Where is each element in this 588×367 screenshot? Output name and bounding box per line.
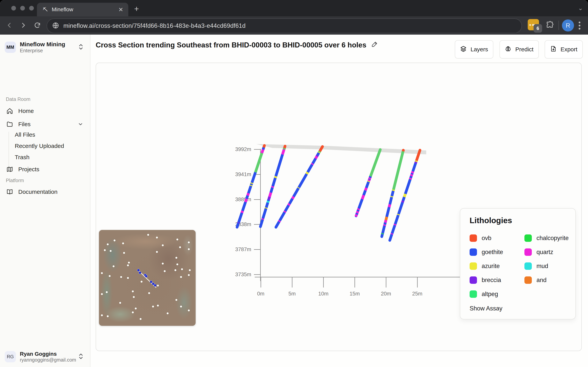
window-close-button[interactable] bbox=[11, 6, 16, 10]
x-axis-tick-label: 5m bbox=[278, 291, 306, 297]
selected-collar-dot bbox=[145, 275, 148, 278]
user-avatar: RG bbox=[5, 351, 16, 362]
collar-dot bbox=[128, 262, 130, 264]
collar-dot bbox=[107, 315, 109, 317]
chevron-up-down-icon bbox=[78, 43, 84, 51]
legend-label: chalcopyrite bbox=[537, 235, 569, 242]
export-button[interactable]: Export bbox=[545, 40, 583, 58]
sidebar-item-trash[interactable]: Trash bbox=[15, 154, 30, 161]
url-bar[interactable]: mineflow.ai/cross-section/75f4fd66-8b16-… bbox=[47, 18, 522, 33]
legend-item-azurite[interactable]: azurite bbox=[470, 259, 503, 273]
breccia-swatch bbox=[470, 276, 477, 284]
collar-dot bbox=[189, 269, 191, 271]
page-title: Cross Section trending Southeast from BH… bbox=[96, 41, 366, 49]
user-menu[interactable]: RG Ryan Goggins ryanngoggins@gmail.com bbox=[5, 351, 85, 363]
collar-dot bbox=[175, 257, 177, 259]
brain-icon bbox=[505, 45, 511, 53]
browser-window: ⛏ Mineflow ✕ + ⌄ mineflow.ai/cross-s bbox=[0, 0, 588, 367]
sidebar: MM Mineflow Mining Enterprise Data Room … bbox=[0, 35, 90, 367]
sidebar-item-recently-uploaded[interactable]: Recently Uploaded bbox=[15, 143, 64, 149]
collar-dot bbox=[179, 246, 181, 248]
lithologies-title: Lithologies bbox=[470, 216, 512, 225]
legend-item-quartz[interactable]: quartz bbox=[524, 245, 569, 259]
sidebar-item-projects[interactable]: Projects bbox=[3, 163, 87, 175]
wallet-extension-icon[interactable]: 6 bbox=[528, 19, 539, 30]
sidebar-item-documentation[interactable]: Documentation bbox=[3, 186, 87, 198]
lithologies-panel: Lithologies ovbgoethiteazuritebrecciaalt… bbox=[460, 208, 576, 319]
map-thumbnail[interactable] bbox=[99, 230, 196, 326]
collar-dot bbox=[109, 275, 111, 277]
folder-icon bbox=[6, 121, 13, 128]
sidebar-item-label: Files bbox=[18, 121, 31, 127]
collar-dot bbox=[181, 268, 183, 270]
x-axis-tick-label: 20m bbox=[372, 291, 400, 297]
altpeg-swatch bbox=[470, 290, 477, 298]
window-minimize-button[interactable] bbox=[20, 6, 25, 10]
files-subtree-rule bbox=[8, 132, 9, 167]
extensions-puzzle-icon[interactable] bbox=[546, 21, 554, 30]
collar-dot bbox=[123, 252, 125, 254]
tab-close-icon[interactable]: ✕ bbox=[118, 6, 123, 13]
legend-item-goethite[interactable]: goethite bbox=[470, 245, 503, 259]
legend-label: goethite bbox=[482, 249, 503, 256]
user-name: Ryan Goggins bbox=[20, 351, 76, 357]
collar-dot bbox=[157, 284, 159, 286]
book-open-icon bbox=[6, 188, 13, 195]
legend-label: quartz bbox=[537, 249, 553, 256]
extension-badge: 6 bbox=[534, 24, 542, 33]
x-axis-tick bbox=[323, 277, 324, 287]
map-icon bbox=[6, 166, 13, 173]
org-name: Mineflow Mining bbox=[20, 41, 65, 48]
collar-dot bbox=[104, 249, 106, 251]
legend-item-mud[interactable]: mud bbox=[524, 259, 569, 273]
mud-swatch bbox=[524, 262, 532, 270]
legend-item-chalcopyrite[interactable]: chalcopyrite bbox=[524, 231, 569, 245]
collar-dot bbox=[162, 244, 164, 246]
x-axis-tick-label: 10m bbox=[310, 291, 337, 297]
legend-label: altpeg bbox=[482, 291, 498, 298]
back-icon[interactable] bbox=[4, 20, 15, 31]
forward-icon[interactable] bbox=[18, 20, 29, 31]
y-axis-tick bbox=[254, 149, 260, 150]
browser-tab[interactable]: ⛏ Mineflow ✕ bbox=[37, 3, 128, 16]
collar-dot bbox=[176, 239, 178, 241]
x-axis-tick bbox=[417, 277, 418, 287]
legend-item-breccia[interactable]: breccia bbox=[470, 273, 503, 287]
browser-menu-icon[interactable] bbox=[579, 20, 581, 31]
legend-label: azurite bbox=[482, 263, 500, 270]
collar-dot bbox=[110, 250, 112, 252]
x-axis-tick-label: 25m bbox=[404, 291, 431, 297]
x-axis-tick bbox=[354, 277, 355, 287]
collar-dot bbox=[176, 263, 178, 265]
legend-item-altpeg[interactable]: altpeg bbox=[470, 287, 503, 301]
predict-button-label: Predict bbox=[515, 46, 533, 53]
edit-title-pencil-icon[interactable] bbox=[371, 41, 378, 49]
tab-search-chevron-icon[interactable]: ⌄ bbox=[578, 5, 583, 11]
browser-profile-avatar[interactable]: R bbox=[562, 19, 574, 32]
sidebar-item-files[interactable]: Files bbox=[3, 118, 87, 130]
predict-button[interactable]: Predict bbox=[500, 40, 539, 58]
window-zoom-button[interactable] bbox=[29, 6, 34, 10]
collar-dot bbox=[113, 265, 115, 267]
sidebar-item-home[interactable]: Home bbox=[3, 105, 87, 117]
x-axis-tick-label: 0m bbox=[247, 291, 274, 297]
collar-dot bbox=[188, 242, 190, 243]
legend-item-and[interactable]: and bbox=[524, 273, 569, 287]
chalcopyrite-swatch bbox=[524, 234, 532, 242]
y-axis-tick bbox=[254, 274, 260, 275]
layers-button[interactable]: Layers bbox=[455, 40, 493, 58]
sidebar-item-all-files[interactable]: All Files bbox=[15, 131, 35, 138]
show-assay-link[interactable]: Show Assay bbox=[470, 305, 503, 312]
collar-dot bbox=[135, 308, 137, 309]
collar-dot bbox=[132, 311, 134, 313]
reload-icon[interactable] bbox=[32, 20, 43, 31]
site-globe-icon bbox=[52, 22, 59, 30]
section-label-platform: Platform bbox=[6, 178, 24, 183]
new-tab-button[interactable]: + bbox=[134, 4, 139, 14]
legend-item-ovb[interactable]: ovb bbox=[470, 231, 503, 245]
sidebar-item-label: Home bbox=[18, 108, 34, 114]
org-plan: Enterprise bbox=[20, 48, 65, 53]
collar-dot bbox=[164, 270, 166, 272]
collar-dot bbox=[156, 251, 158, 253]
org-switcher[interactable]: MM Mineflow Mining Enterprise bbox=[5, 39, 85, 56]
